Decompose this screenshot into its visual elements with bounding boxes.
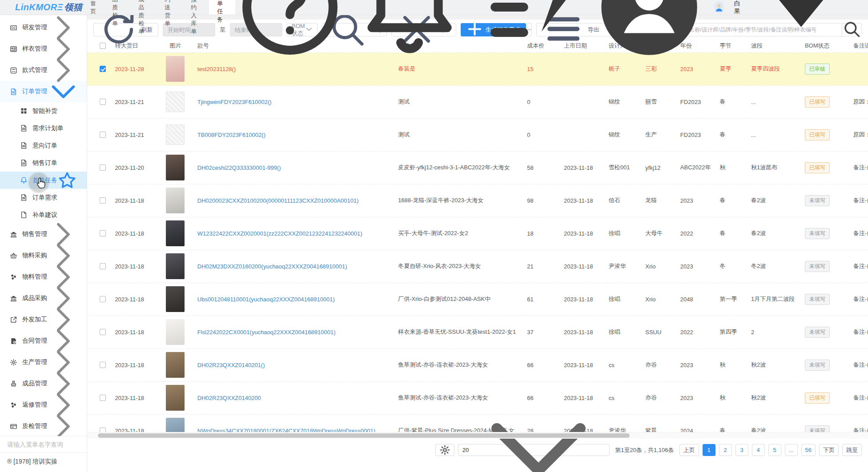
cell-style-name: 测试 <box>394 118 522 151</box>
style-code-link[interactable]: TB008FDY2023F610002() <box>197 132 265 138</box>
user-menu[interactable]: 白果 <box>734 0 856 63</box>
tab-编辑成品质检单[interactable]: 编辑成品质检单 <box>130 0 157 15</box>
cell-style-name: 1688-龙猫-深蓝牛裤-2023-大海女 <box>394 184 522 217</box>
row-checkbox[interactable] <box>100 263 106 269</box>
prev-page-button[interactable]: 上页 <box>679 444 699 456</box>
style-code-link[interactable]: Ubs0012048110001(yuchaoq22XXXZ0041689100… <box>197 296 335 303</box>
style-code-link[interactable]: DH02M23DXXZ0160200(yuchaoq22XXXZ00416891… <box>197 263 347 270</box>
page-size-select[interactable]: 20 <box>458 444 610 456</box>
style-code-link[interactable]: Flsl2242022CX0001(yuchaoq22XXXZ004168910… <box>197 329 336 336</box>
tab-首页[interactable]: 首页 <box>82 0 104 15</box>
sidebar-item-意向订单[interactable]: 意向订单 <box>0 137 87 154</box>
cell-image <box>158 217 193 250</box>
row-checkbox[interactable] <box>100 362 106 368</box>
cell-designer: cs <box>604 348 641 381</box>
page-ellipsis[interactable]: ... <box>785 444 798 456</box>
avatar[interactable] <box>714 1 724 13</box>
style-code-link[interactable]: NWpDress34CXX70180001(ZX624CXX7018WpDres… <box>197 428 375 432</box>
product-photo[interactable] <box>166 352 185 378</box>
menu-search-input[interactable] <box>7 441 80 448</box>
cell-year: 2022 <box>676 217 715 250</box>
row-checkbox[interactable] <box>100 329 106 335</box>
sidebar-item-订单管理[interactable]: 订单管理 <box>0 81 87 102</box>
sidebar-item-label: 生产管理 <box>22 358 47 366</box>
next-page-button[interactable]: 下页 <box>819 444 839 456</box>
tab-编辑预约入库单[interactable]: 编辑预约入库单 <box>183 0 209 15</box>
no-image-placeholder[interactable] <box>166 124 185 145</box>
chevron-down-icon <box>47 76 80 108</box>
cell-select <box>87 381 110 414</box>
page-button-4[interactable]: 4 <box>752 444 765 456</box>
cell-year: FD2023 <box>676 85 715 118</box>
style-code-link[interactable]: W12322422CXXZ0020001(zz222CXXZ0021232241… <box>197 230 362 237</box>
product-photo[interactable] <box>166 418 185 432</box>
sidebar-item-label: 返修管理 <box>22 401 47 409</box>
row-checkbox[interactable] <box>100 66 106 72</box>
sidebar-item-label: 物料采购 <box>22 252 47 260</box>
cell-cost-price: 66 <box>522 348 559 381</box>
sidebar-item-label: 意向订单 <box>32 142 80 150</box>
row-checkbox[interactable] <box>100 428 106 432</box>
customer-support-icon[interactable] <box>595 0 704 62</box>
sidebar-item-质检管理[interactable]: 质检管理 <box>0 416 87 436</box>
bom-status-badge: 已填写 <box>805 162 830 173</box>
style-code-link[interactable]: DH02ceshi22Q333330001-999() <box>197 164 281 171</box>
product-photo[interactable] <box>166 385 185 411</box>
tab-预约送货单[interactable]: 预约送货单 <box>157 0 183 15</box>
row-checkbox[interactable] <box>100 230 106 236</box>
product-photo[interactable] <box>166 56 185 82</box>
row-checkbox[interactable] <box>100 395 106 401</box>
cell-designer: 尹浚华 <box>604 250 641 283</box>
product-photo[interactable] <box>166 188 185 213</box>
page-button-1[interactable]: 1 <box>703 444 715 456</box>
row-checkbox[interactable] <box>100 197 106 204</box>
product-photo[interactable] <box>166 253 185 279</box>
style-code-link[interactable]: DH02R23QXXZ0140201() <box>197 362 265 368</box>
topbar-actions: 白果 <box>235 0 868 15</box>
cell-bom-status: 未填写 <box>800 316 849 348</box>
row-checkbox[interactable] <box>100 296 106 302</box>
jump-to-page-button[interactable]: 跳至 <box>842 444 862 456</box>
cell-note: 原因：11. <box>849 85 868 118</box>
style-code-link[interactable]: DH02R23QXXZ0140200 <box>197 395 261 401</box>
product-photo[interactable] <box>166 155 185 180</box>
sidebar-item-需求计划单[interactable]: 需求计划单 <box>0 120 87 137</box>
horizontal-scrollbar-thumb[interactable] <box>98 433 630 438</box>
refresh-button[interactable]: 刷新 <box>93 23 158 36</box>
tab-首单任务[interactable]: 首单任务 <box>209 0 235 15</box>
cell-transfer-date: 2023-11-18 <box>110 316 158 348</box>
product-photo[interactable] <box>166 220 185 246</box>
cell-note: 备注-自动 <box>849 250 868 283</box>
bom-status-badge: 已填写 <box>805 392 830 404</box>
style-code-link[interactable]: TjingwenFDY2023F610002() <box>197 99 272 105</box>
product-photo[interactable] <box>166 286 185 312</box>
row-checkbox[interactable] <box>100 132 106 138</box>
no-image-placeholder[interactable] <box>166 92 185 112</box>
page-button-5[interactable]: 5 <box>768 444 781 456</box>
bom-status-badge: 未填写 <box>805 327 830 338</box>
task-log-icon[interactable] <box>474 0 584 62</box>
cell-style-code: TjingwenFDY2023F610002() <box>193 85 394 118</box>
row-checkbox[interactable] <box>100 164 106 171</box>
select-all-checkbox[interactable] <box>100 43 106 49</box>
cell-transfer-date: 2023-11-21 <box>110 85 158 118</box>
start-date-input[interactable] <box>163 23 215 36</box>
cell-image <box>158 250 193 283</box>
tab-成品质检单[interactable]: 成品质检单 <box>104 0 130 15</box>
product-photo[interactable] <box>166 319 185 345</box>
page-button-3[interactable]: 3 <box>735 444 748 456</box>
cell-transfer-date: 2023-11-20 <box>110 151 158 184</box>
style-code-link[interactable]: DH0200023CXXZ0100200(00000111123CXXZ0100… <box>197 197 359 204</box>
style-code-link[interactable]: test20231128() <box>197 66 236 72</box>
notification-bell-icon[interactable] <box>355 0 464 62</box>
help-icon[interactable] <box>235 0 345 62</box>
sidebar-item-销售订单[interactable]: 销售订单 <box>0 154 87 172</box>
row-checkbox[interactable] <box>100 99 106 105</box>
table-settings-button[interactable] <box>435 444 454 456</box>
page-button-2[interactable]: 2 <box>719 444 732 456</box>
cell-image <box>158 151 193 184</box>
page-button-56[interactable]: 56 <box>801 444 816 456</box>
favorite-star-icon[interactable] <box>57 171 77 190</box>
cell-note: 备注-自动 <box>849 316 868 348</box>
sidebar-item-label: 订单需求 <box>32 194 80 202</box>
